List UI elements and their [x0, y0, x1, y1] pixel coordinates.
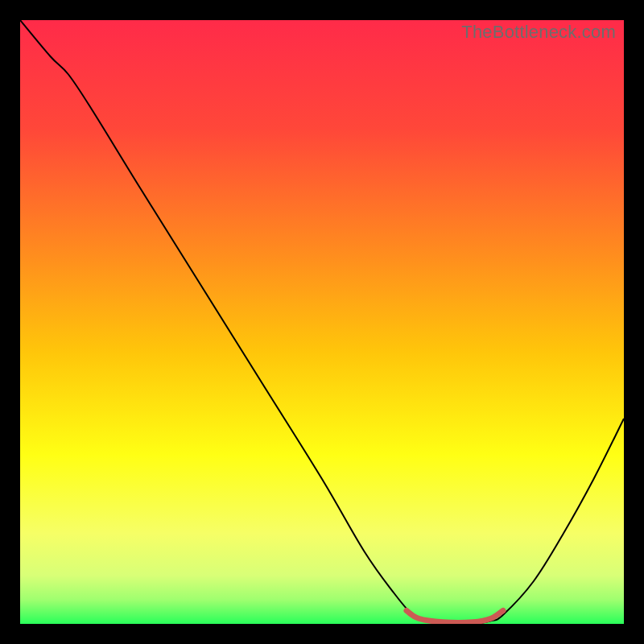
watermark-text: TheBottleneck.com — [461, 22, 616, 43]
bottleneck-chart — [20, 20, 624, 624]
gradient-background — [20, 20, 624, 624]
chart-frame: TheBottleneck.com — [20, 20, 624, 624]
